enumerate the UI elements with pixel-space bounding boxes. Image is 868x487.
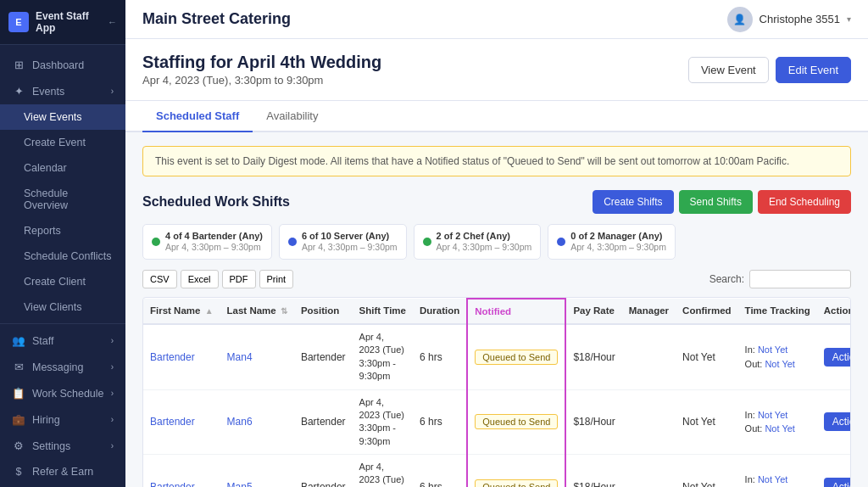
pdf-button[interactable]: PDF: [222, 270, 256, 288]
cell-position: Bartender: [294, 455, 353, 487]
sidebar-item-schedule-overview[interactable]: Schedule Overview: [0, 181, 125, 218]
app-title: Event Staff App: [36, 10, 101, 34]
send-shifts-button[interactable]: Send Shifts: [679, 190, 753, 214]
actions-button[interactable]: Actions ▾: [824, 348, 851, 367]
sidebar-item-events[interactable]: ✦ Events ›: [0, 78, 125, 104]
chevron-down-icon: ▾: [847, 14, 851, 24]
tracking-out[interactable]: Not Yet: [765, 423, 794, 434]
sidebar-item-create-client[interactable]: Create Client: [0, 269, 125, 294]
sidebar-item-dashboard[interactable]: ⊞ Dashboard: [0, 52, 125, 78]
col-last-name[interactable]: Last Name ⇅: [220, 299, 294, 324]
sidebar-item-label: Create Event: [24, 137, 86, 148]
cell-duration: 6 hrs: [413, 324, 467, 389]
cell-shift-time: Apr 4, 2023 (Tue)3:30pm - 9:30pm: [353, 324, 413, 389]
sidebar-item-label: Reports: [24, 225, 61, 237]
inner-content: This event is set to Daily Digest mode. …: [125, 132, 868, 487]
cell-confirmed: Not Yet: [676, 389, 738, 455]
sidebar-item-hiring[interactable]: 💼 Hiring ›: [0, 406, 125, 433]
sidebar-item-settings[interactable]: ⚙ Settings ›: [0, 433, 125, 459]
staff-table-container: First Name ▲ Last Name ⇅ Position Shift …: [142, 297, 851, 487]
col-duration: Duration: [413, 299, 467, 324]
badge-date: Apr 4, 3:30pm – 9:30pm: [302, 242, 398, 254]
sidebar-nav: ⊞ Dashboard ✦ Events › View Events Creat…: [0, 45, 125, 487]
export-buttons: CSV Excel PDF Print: [142, 270, 293, 288]
alert-text: This event is set to Daily Digest mode. …: [155, 155, 789, 167]
main-content: Main Street Catering 👤 Christophe 3551 ▾…: [125, 0, 868, 487]
cell-notified: Queued to Send: [467, 455, 565, 487]
cell-first-name: Bartender: [143, 324, 220, 389]
sidebar-item-view-clients[interactable]: View Clients: [0, 294, 125, 320]
chevron-right-icon: ›: [111, 87, 114, 96]
export-row: CSV Excel PDF Print Search:: [142, 270, 851, 288]
col-time-tracking: Time Tracking: [738, 299, 817, 324]
search-input[interactable]: [749, 270, 851, 288]
first-name-link[interactable]: Bartender: [150, 416, 195, 428]
create-shifts-button[interactable]: Create Shifts: [593, 190, 673, 214]
sidebar-back-arrow[interactable]: ←: [108, 17, 117, 27]
cell-shift-time: Apr 4, 2023 (Tue)3:30pm - 9:30pm: [353, 389, 413, 455]
shift-badges: 4 of 4 Bartender (Any) Apr 4, 3:30pm – 9…: [142, 224, 851, 260]
sidebar-item-work-schedule[interactable]: 📋 Work Schedule ›: [0, 380, 125, 406]
cell-pay-rate: $18/Hour: [565, 324, 621, 389]
event-date: Apr 4, 2023 (Tue), 3:30pm to 9:30pm: [142, 74, 381, 87]
content-area: This event is set to Daily Digest mode. …: [125, 132, 868, 487]
last-name-link[interactable]: Man4: [227, 351, 253, 363]
end-scheduling-button[interactable]: End Scheduling: [758, 190, 851, 214]
cell-confirmed: Not Yet: [676, 324, 738, 389]
shift-badge-chef: 2 of 2 Chef (Any) Apr 4, 3:30pm – 9:30pm: [414, 224, 542, 260]
tracking-in[interactable]: Not Yet: [758, 410, 787, 420]
badge-date: Apr 4, 3:30pm – 9:30pm: [570, 242, 666, 254]
col-notified: Notified: [467, 299, 565, 324]
table-row: Bartender Man4 Bartender Apr 4, 2023 (Tu…: [143, 324, 851, 389]
badge-dot-blue2: [557, 238, 565, 246]
sidebar-item-reports[interactable]: Reports: [0, 218, 125, 244]
cell-duration: 6 hrs: [413, 389, 467, 455]
last-name-link[interactable]: Man6: [227, 416, 253, 428]
csv-button[interactable]: CSV: [142, 270, 177, 288]
first-name-link[interactable]: Bartender: [150, 351, 195, 363]
sidebar-item-refer-earn[interactable]: $ Refer & Earn: [0, 459, 125, 484]
staff-table: First Name ▲ Last Name ⇅ Position Shift …: [143, 298, 851, 487]
cell-manager: [622, 455, 676, 487]
badge-date: Apr 4, 3:30pm – 9:30pm: [165, 242, 263, 254]
cell-confirmed: Not Yet: [676, 455, 738, 487]
print-button[interactable]: Print: [259, 270, 294, 288]
tracking-out[interactable]: Not Yet: [765, 359, 794, 369]
sidebar: E Event Staff App ← ⊞ Dashboard ✦ Events…: [0, 0, 125, 487]
sidebar-item-create-event[interactable]: Create Event: [0, 130, 125, 155]
actions-button[interactable]: Actions ▾: [824, 412, 851, 431]
first-name-link[interactable]: Bartender: [150, 481, 195, 487]
sidebar-item-messaging[interactable]: ✉ Messaging ›: [0, 354, 125, 380]
sidebar-item-calendar[interactable]: Calendar: [0, 155, 125, 181]
tab-scheduled-staff[interactable]: Scheduled Staff: [142, 101, 253, 132]
tracking-in[interactable]: Not Yet: [758, 474, 787, 484]
event-title: Staffing for April 4th Wedding: [142, 53, 381, 72]
cell-pay-rate: $18/Hour: [565, 389, 621, 455]
badge-dot-green: [152, 238, 160, 246]
cell-notified: Queued to Send: [467, 324, 565, 389]
chevron-right-icon: ›: [111, 336, 114, 345]
sidebar-item-staff[interactable]: 👥 Staff ›: [0, 327, 125, 354]
tab-availability[interactable]: Availability: [253, 101, 331, 132]
cell-last-name: Man4: [220, 324, 294, 389]
last-name-link[interactable]: Man5: [227, 481, 253, 487]
sidebar-item-view-events[interactable]: View Events: [0, 104, 125, 130]
sidebar-item-schedule-conflicts[interactable]: Schedule Conflicts: [0, 244, 125, 269]
table-row: Bartender Man6 Bartender Apr 4, 2023 (Tu…: [143, 389, 851, 455]
col-first-name[interactable]: First Name ▲: [143, 299, 220, 324]
actions-button[interactable]: Actions ▾: [824, 478, 851, 487]
user-menu[interactable]: 👤 Christophe 3551 ▾: [727, 7, 851, 32]
col-position: Position: [294, 299, 353, 324]
sidebar-item-label: Work Schedule: [32, 388, 104, 400]
sidebar-item-label: View Events: [24, 111, 82, 123]
cell-time-tracking: In: Not Yet Out: Not Yet: [738, 324, 817, 389]
edit-event-button[interactable]: Edit Event: [776, 57, 851, 83]
view-event-button[interactable]: View Event: [688, 57, 769, 83]
shifts-action-buttons: Create Shifts Send Shifts End Scheduling: [593, 190, 851, 214]
tabs: Scheduled Staff Availability: [125, 101, 868, 132]
tracking-in[interactable]: Not Yet: [758, 344, 787, 355]
event-info: Staffing for April 4th Wedding Apr 4, 20…: [142, 53, 381, 87]
app-icon: E: [8, 12, 29, 32]
excel-button[interactable]: Excel: [181, 270, 219, 288]
cell-actions: Actions ▾: [817, 455, 851, 487]
